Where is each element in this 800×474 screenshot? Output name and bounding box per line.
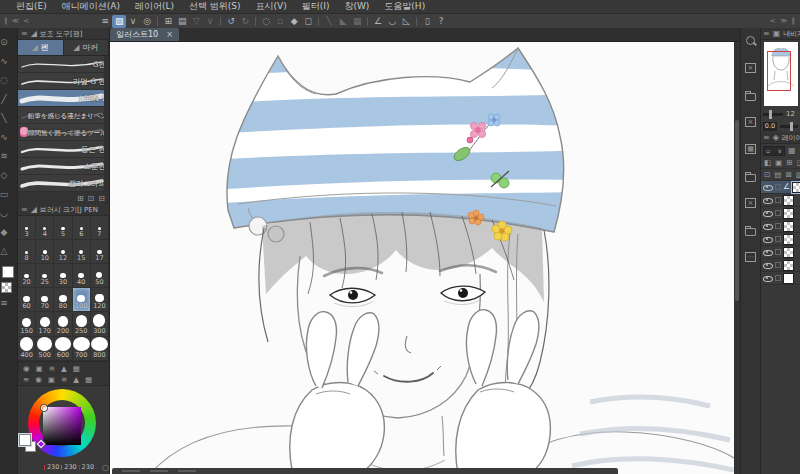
layer-row-5[interactable] [761,246,800,259]
brush-size-50[interactable]: 50 [91,264,109,288]
brush-size-600[interactable]: 600 [54,337,72,361]
brush-size-30[interactable]: 30 [54,264,72,288]
subtool-scrollbar[interactable] [104,56,109,192]
clip-mask-icon[interactable]: ◧ [764,158,771,167]
brush-item-5[interactable]: 둥근 펜 [18,141,109,158]
layer-thumbnail[interactable] [783,234,794,245]
display-list-icon[interactable]: ≋ [49,364,55,373]
menu-item-4[interactable]: 표시(V) [256,0,287,13]
duplicate-subtool-icon[interactable]: ⊡ [88,194,95,203]
brush-size-40[interactable]: 40 [73,264,91,288]
rotation-slider[interactable] [780,125,798,128]
menu-item-3[interactable]: 선택 범위(S) [189,0,241,13]
layer-checkbox[interactable] [775,223,781,229]
layer-mask-icon[interactable]: ◫ [796,158,800,167]
menu-item-5[interactable]: 필터(I) [302,0,330,13]
decoration-tool-icon[interactable]: ◇ [0,165,13,184]
close-tab-icon[interactable]: × [166,30,173,39]
brush-size-12[interactable]: 12 [54,240,72,264]
display-image-icon[interactable]: ▣ [36,364,43,373]
brush-size-80[interactable]: 80 [54,288,72,312]
visibility-eye-icon[interactable] [763,247,773,257]
select-tool-icon[interactable]: ◌ [0,70,13,89]
layer-row-0[interactable]: ∠ [761,181,800,194]
brush-item-1[interactable]: 리얼 G 펜 [18,73,109,90]
airbrush-tool-icon[interactable]: ≋ [0,146,13,165]
palette-menu-icon[interactable]: ≡ [98,15,112,28]
brush-size-5[interactable]: 5 [54,216,72,240]
snap-angle-icon[interactable]: ∠ [371,15,385,28]
canvas-vertical-scrollbar[interactable] [734,42,740,474]
operation-tool-icon[interactable]: ▨ [112,15,126,28]
brush-item-7[interactable]: 캘리그라피 [18,175,109,192]
select-lasso-icon[interactable]: ◌ [259,15,273,28]
layer-thumbnail[interactable] [783,273,794,284]
menu-item-6[interactable]: 창(W) [344,0,369,13]
companion-device-icon[interactable]: ▯ [420,15,434,28]
panel-menu-icon[interactable]: ≡ [763,29,770,38]
layer-thumbnail[interactable] [783,208,794,219]
color-history-icon[interactable]: ▦ [85,375,92,384]
gradient-icon[interactable]: ◣ [336,15,350,28]
display-detail-icon[interactable]: ▦ [73,364,80,373]
material-folder-icon-2[interactable] [744,169,758,183]
brush-size-300[interactable]: 300 [91,313,109,337]
brush-size-15[interactable]: 15 [73,240,91,264]
blend-tool-icon[interactable]: ◡ [0,203,13,222]
save-icon[interactable]: ▽ [189,15,203,28]
brush-size-4[interactable]: 4 [36,216,54,240]
drawing-canvas[interactable] [110,42,734,474]
visibility-eye-icon[interactable] [763,208,773,218]
material-close-icon-3[interactable]: × [744,196,758,210]
transparent-color-swatch[interactable] [1,282,12,293]
brush-size-170[interactable]: 170 [36,313,54,337]
brush-size-3[interactable]: 3 [18,216,36,240]
layer-row-6[interactable] [761,259,800,272]
brush-size-500[interactable]: 500 [36,337,54,361]
panel-menu-icon[interactable]: ≡ [21,29,28,38]
toolbar-menu-icon[interactable]: ≡ [0,293,13,312]
crop-mask-icon[interactable]: ╲ [322,15,336,28]
material-folder-icon[interactable] [744,88,758,102]
sync-settings-icon[interactable]: ◎ [140,15,154,28]
layer-checkbox[interactable] [775,275,781,281]
new-layer-icon[interactable]: ⊡ [764,170,770,179]
main-color-swatch[interactable] [2,266,14,278]
figure-tool-icon[interactable]: △ [0,241,13,260]
snap-ruler-icon[interactable]: ◺ [399,15,413,28]
menu-item-1[interactable]: 애니메이션(A) [62,0,120,13]
brush-size-17[interactable]: 17 [91,240,109,264]
layer-checkbox[interactable] [775,210,781,216]
snap-curve-icon[interactable]: ◡ [385,15,399,28]
brush-size-6[interactable]: 6 [73,216,91,240]
layer-thumbnail[interactable] [783,260,794,271]
brush-size-400[interactable]: 400 [18,337,36,361]
color-slider-icon[interactable]: ▣ [48,375,55,384]
visibility-eye-icon[interactable] [763,260,773,270]
menu-item-0[interactable]: 편집(E) [16,0,47,13]
visibility-eye-icon[interactable] [763,182,773,192]
navigator-view-rect[interactable] [767,51,791,91]
blend-mode-dropdown[interactable]: ▫∨ [763,146,785,156]
new-canvas-icon[interactable]: ⊞ [161,15,175,28]
select-rect-icon[interactable]: ◻ [301,15,315,28]
brush-size-20[interactable]: 20 [18,264,36,288]
layer-checkbox[interactable] [775,184,781,190]
brush-size-8[interactable]: 8 [18,240,36,264]
color-mixer-icon[interactable]: ▲ [73,375,79,384]
material-list-icon[interactable]: ⋯ [744,250,758,264]
merge-down-icon[interactable]: ⊠ [785,170,791,179]
eraser-tool-icon[interactable]: ▭ [0,184,13,203]
screen-tone-icon[interactable]: ▦ [350,15,364,28]
layer-row-7[interactable] [761,272,800,285]
brush-size-10[interactable]: 10 [36,240,54,264]
layer-checkbox[interactable] [775,236,781,242]
subtool-tab-0[interactable]: ◢펜 [18,40,64,55]
menu-item-7[interactable]: 도움말(H) [384,0,425,13]
delete-layer-icon[interactable]: ▥ [796,170,800,179]
navigator-thumbnail[interactable] [764,42,798,106]
fill-tool-icon[interactable]: ◆ [0,222,13,241]
material-close-icon[interactable]: × [744,61,758,75]
document-tab[interactable]: 일러스트10 × [110,28,179,41]
brush-item-6[interactable]: 스푼펜 [18,158,109,175]
